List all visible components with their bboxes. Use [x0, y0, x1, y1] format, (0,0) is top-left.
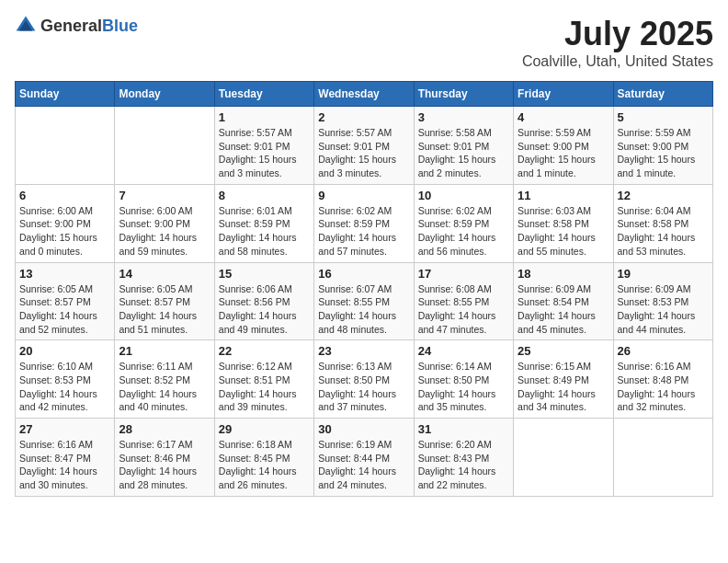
- logo-general: General: [40, 17, 102, 35]
- cell-sun-info: Sunrise: 5:59 AMSunset: 9:00 PMDaylight:…: [518, 126, 609, 180]
- calendar-header: SundayMondayTuesdayWednesdayThursdayFrid…: [16, 82, 713, 107]
- calendar-cell: 29Sunrise: 6:18 AMSunset: 8:45 PMDayligh…: [214, 419, 313, 497]
- cell-sun-info: Sunrise: 6:11 AMSunset: 8:52 PMDaylight:…: [119, 360, 210, 414]
- cell-date-number: 4: [518, 110, 609, 124]
- calendar-cell: 31Sunrise: 6:20 AMSunset: 8:43 PMDayligh…: [414, 419, 513, 497]
- cell-sun-info: Sunrise: 6:00 AMSunset: 9:00 PMDaylight:…: [119, 204, 210, 259]
- logo: GeneralBlue: [15, 15, 138, 37]
- calendar-cell: 13Sunrise: 6:05 AMSunset: 8:57 PMDayligh…: [16, 262, 115, 340]
- calendar-cell: 14Sunrise: 6:05 AMSunset: 8:57 PMDayligh…: [115, 262, 214, 340]
- cell-sun-info: Sunrise: 6:16 AMSunset: 8:47 PMDaylight:…: [19, 438, 110, 492]
- calendar-cell: 1Sunrise: 5:57 AMSunset: 9:01 PMDaylight…: [214, 107, 313, 185]
- cell-sun-info: Sunrise: 6:09 AMSunset: 8:54 PMDaylight:…: [518, 282, 609, 337]
- cell-date-number: 22: [219, 344, 310, 358]
- calendar-cell: 5Sunrise: 5:59 AMSunset: 9:00 PMDaylight…: [613, 107, 712, 185]
- cell-date-number: 7: [119, 189, 210, 202]
- cell-date-number: 12: [618, 189, 709, 202]
- cell-sun-info: Sunrise: 6:06 AMSunset: 8:56 PMDaylight:…: [219, 282, 310, 337]
- calendar-cell: [514, 419, 613, 497]
- cell-date-number: 31: [418, 422, 509, 436]
- calendar-cell: 12Sunrise: 6:04 AMSunset: 8:58 PMDayligh…: [613, 184, 712, 262]
- calendar-cell: 8Sunrise: 6:01 AMSunset: 8:59 PMDaylight…: [214, 184, 313, 262]
- cell-sun-info: Sunrise: 6:19 AMSunset: 8:44 PMDaylight:…: [318, 438, 409, 492]
- cell-date-number: 20: [19, 344, 110, 358]
- cell-sun-info: Sunrise: 5:59 AMSunset: 9:00 PMDaylight:…: [618, 126, 709, 180]
- calendar-cell: 23Sunrise: 6:13 AMSunset: 8:50 PMDayligh…: [314, 340, 414, 419]
- cell-date-number: 11: [518, 189, 609, 202]
- cell-date-number: 23: [318, 344, 409, 358]
- cell-sun-info: Sunrise: 6:13 AMSunset: 8:50 PMDaylight:…: [318, 360, 409, 414]
- cell-sun-info: Sunrise: 6:15 AMSunset: 8:49 PMDaylight:…: [518, 360, 609, 414]
- calendar-cell: 15Sunrise: 6:06 AMSunset: 8:56 PMDayligh…: [214, 262, 313, 340]
- cell-sun-info: Sunrise: 6:09 AMSunset: 8:53 PMDaylight:…: [618, 282, 709, 337]
- month-title: July 2025: [522, 15, 713, 53]
- calendar-cell: 6Sunrise: 6:00 AMSunset: 9:00 PMDaylight…: [16, 184, 115, 262]
- calendar-cell: 10Sunrise: 6:02 AMSunset: 8:59 PMDayligh…: [414, 184, 513, 262]
- cell-sun-info: Sunrise: 6:10 AMSunset: 8:53 PMDaylight:…: [19, 360, 110, 414]
- calendar-cell: [613, 419, 712, 497]
- cell-sun-info: Sunrise: 6:02 AMSunset: 8:59 PMDaylight:…: [418, 204, 509, 259]
- cell-sun-info: Sunrise: 6:04 AMSunset: 8:58 PMDaylight:…: [618, 204, 709, 259]
- cell-date-number: 3: [418, 110, 509, 124]
- cell-sun-info: Sunrise: 6:05 AMSunset: 8:57 PMDaylight:…: [19, 282, 110, 337]
- cell-sun-info: Sunrise: 6:01 AMSunset: 8:59 PMDaylight:…: [219, 204, 310, 259]
- logo-icon: [15, 15, 37, 37]
- calendar-cell: [16, 107, 115, 185]
- cell-date-number: 8: [219, 189, 310, 202]
- calendar-week-row: 13Sunrise: 6:05 AMSunset: 8:57 PMDayligh…: [16, 262, 713, 340]
- cell-date-number: 26: [618, 344, 709, 358]
- calendar-cell: 28Sunrise: 6:17 AMSunset: 8:46 PMDayligh…: [115, 419, 214, 497]
- cell-sun-info: Sunrise: 5:58 AMSunset: 9:01 PMDaylight:…: [418, 126, 509, 180]
- cell-date-number: 27: [19, 422, 110, 436]
- calendar-cell: 30Sunrise: 6:19 AMSunset: 8:44 PMDayligh…: [314, 419, 414, 497]
- calendar-cell: 20Sunrise: 6:10 AMSunset: 8:53 PMDayligh…: [16, 340, 115, 419]
- calendar-cell: 21Sunrise: 6:11 AMSunset: 8:52 PMDayligh…: [115, 340, 214, 419]
- calendar-cell: 16Sunrise: 6:07 AMSunset: 8:55 PMDayligh…: [314, 262, 414, 340]
- cell-sun-info: Sunrise: 6:00 AMSunset: 9:00 PMDaylight:…: [19, 204, 110, 259]
- calendar-cell: 18Sunrise: 6:09 AMSunset: 8:54 PMDayligh…: [514, 262, 613, 340]
- weekday-header: Saturday: [613, 82, 712, 107]
- cell-sun-info: Sunrise: 6:07 AMSunset: 8:55 PMDaylight:…: [318, 282, 409, 337]
- calendar-week-row: 6Sunrise: 6:00 AMSunset: 9:00 PMDaylight…: [16, 184, 713, 262]
- weekday-header: Wednesday: [314, 82, 414, 107]
- calendar-table: SundayMondayTuesdayWednesdayThursdayFrid…: [15, 81, 713, 497]
- cell-date-number: 6: [19, 189, 110, 202]
- cell-sun-info: Sunrise: 6:18 AMSunset: 8:45 PMDaylight:…: [219, 438, 310, 492]
- cell-date-number: 15: [219, 267, 310, 281]
- cell-date-number: 9: [318, 189, 409, 202]
- calendar-cell: 17Sunrise: 6:08 AMSunset: 8:55 PMDayligh…: [414, 262, 513, 340]
- logo-blue: Blue: [102, 17, 138, 35]
- location-title: Coalville, Utah, United States: [522, 53, 713, 70]
- cell-date-number: 30: [318, 422, 409, 436]
- cell-sun-info: Sunrise: 6:14 AMSunset: 8:50 PMDaylight:…: [418, 360, 509, 414]
- cell-sun-info: Sunrise: 6:20 AMSunset: 8:43 PMDaylight:…: [418, 438, 509, 492]
- calendar-week-row: 1Sunrise: 5:57 AMSunset: 9:01 PMDaylight…: [16, 107, 713, 185]
- cell-sun-info: Sunrise: 6:02 AMSunset: 8:59 PMDaylight:…: [318, 204, 409, 259]
- cell-date-number: 16: [318, 267, 409, 281]
- cell-sun-info: Sunrise: 6:05 AMSunset: 8:57 PMDaylight:…: [119, 282, 210, 337]
- calendar-cell: 19Sunrise: 6:09 AMSunset: 8:53 PMDayligh…: [613, 262, 712, 340]
- cell-sun-info: Sunrise: 6:17 AMSunset: 8:46 PMDaylight:…: [119, 438, 210, 492]
- calendar-cell: 26Sunrise: 6:16 AMSunset: 8:48 PMDayligh…: [613, 340, 712, 419]
- cell-date-number: 2: [318, 110, 409, 124]
- calendar-cell: 25Sunrise: 6:15 AMSunset: 8:49 PMDayligh…: [514, 340, 613, 419]
- cell-sun-info: Sunrise: 5:57 AMSunset: 9:01 PMDaylight:…: [219, 126, 310, 180]
- calendar-week-row: 27Sunrise: 6:16 AMSunset: 8:47 PMDayligh…: [16, 419, 713, 497]
- weekday-header: Monday: [115, 82, 214, 107]
- cell-date-number: 18: [518, 267, 609, 281]
- cell-date-number: 25: [518, 344, 609, 358]
- cell-date-number: 1: [219, 110, 310, 124]
- calendar-cell: 22Sunrise: 6:12 AMSunset: 8:51 PMDayligh…: [214, 340, 313, 419]
- calendar-cell: [115, 107, 214, 185]
- cell-date-number: 17: [418, 267, 509, 281]
- cell-date-number: 5: [618, 110, 709, 124]
- cell-sun-info: Sunrise: 6:16 AMSunset: 8:48 PMDaylight:…: [618, 360, 709, 414]
- cell-sun-info: Sunrise: 6:08 AMSunset: 8:55 PMDaylight:…: [418, 282, 509, 337]
- cell-date-number: 13: [19, 267, 110, 281]
- cell-date-number: 24: [418, 344, 509, 358]
- calendar-cell: 27Sunrise: 6:16 AMSunset: 8:47 PMDayligh…: [16, 419, 115, 497]
- cell-sun-info: Sunrise: 6:12 AMSunset: 8:51 PMDaylight:…: [219, 360, 310, 414]
- cell-sun-info: Sunrise: 5:57 AMSunset: 9:01 PMDaylight:…: [318, 126, 409, 180]
- title-block: July 2025 Coalville, Utah, United States: [522, 15, 713, 70]
- weekday-header: Sunday: [16, 82, 115, 107]
